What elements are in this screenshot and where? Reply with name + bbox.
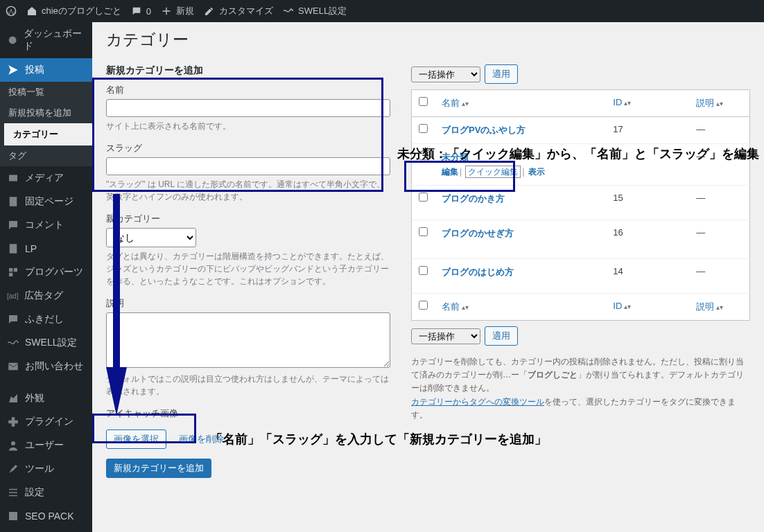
tablenav-top: 一括操作 適用 [411, 64, 750, 84]
col-name-foot[interactable]: 名前▴▾ [442, 301, 469, 312]
col-desc-foot[interactable]: 説明▴▾ [696, 301, 723, 312]
col-id[interactable]: ID▴▾ [613, 97, 631, 107]
category-list-panel: 一括操作 適用 名前▴▾ ID▴▾ 説明▴▾ [411, 64, 750, 478]
menu-lp[interactable]: LP [0, 237, 92, 260]
svg-rect-10 [9, 512, 17, 520]
menu-appearance[interactable]: 外観 [0, 387, 92, 410]
slug-desc: "スラッグ" は URL に適した形式の名前です。通常はすべて半角小文字で、英数… [106, 178, 390, 203]
admin-toolbar: chieのブログしごと 0 新規 カスタマイズ SWELL設定 [0, 0, 764, 22]
menu-tools[interactable]: ツール [0, 457, 92, 481]
cat-id: 16 [606, 220, 689, 259]
wp-logo[interactable] [6, 6, 17, 17]
tablenav-bottom: 一括操作 適用 [411, 326, 750, 346]
menu-blog-parts[interactable]: ブログパーツ [0, 260, 92, 284]
bulk-apply-top[interactable]: 適用 [485, 64, 518, 84]
svg-rect-2 [9, 175, 17, 181]
action-view[interactable]: 表示 [528, 167, 545, 177]
cat-id: 15 [606, 186, 689, 220]
action-quick-edit[interactable]: クイック編集 [465, 166, 521, 178]
col-id-foot[interactable]: ID▴▾ [613, 301, 631, 311]
action-edit[interactable]: 編集 [442, 167, 458, 177]
delete-note: カテゴリーを削除しても、カテゴリー内の投稿は削除されません。ただし、投稿に割り当… [411, 355, 750, 422]
table-row: ブログPVのふやし方 17 — [412, 117, 750, 144]
table-row: 未分類 編集| クイック編集| 表示 5 — [412, 144, 750, 186]
name-desc: サイト上に表示される名前です。 [106, 120, 390, 132]
cat-link[interactable]: ブログのかせぎ方 [442, 228, 514, 238]
menu-pages[interactable]: 固定ページ [0, 190, 92, 213]
slug-input[interactable] [106, 157, 390, 175]
menu-media[interactable]: メディア [0, 166, 92, 190]
menu-swell[interactable]: SWELL設定 [0, 331, 92, 355]
parent-label: 親カテゴリー [106, 213, 390, 225]
customize-link[interactable]: カスタマイズ [204, 5, 273, 17]
row-checkbox[interactable] [419, 124, 428, 133]
row-actions: 編集| クイック編集| 表示 [442, 166, 599, 178]
submenu-add-post[interactable]: 新規投稿を追加 [0, 103, 92, 123]
cat-id: 14 [606, 259, 689, 294]
page-title: カテゴリー [106, 29, 750, 51]
site-name: chieのブログしごと [42, 5, 121, 17]
categories-table: 名前▴▾ ID▴▾ 説明▴▾ ブログPVのふやし方 17 — [411, 89, 750, 321]
convert-tool-link[interactable]: カテゴリーからタグへの変換ツール [411, 397, 544, 407]
menu-settings[interactable]: 設定 [0, 481, 92, 504]
col-desc[interactable]: 説明▴▾ [696, 98, 723, 108]
menu-pattern[interactable]: パターン [0, 528, 92, 532]
bulk-action-select-top[interactable]: 一括操作 [411, 66, 480, 82]
svg-point-0 [6, 6, 15, 15]
desc-textarea[interactable] [106, 312, 390, 368]
submit-add-category[interactable]: 新規カテゴリーを追加 [106, 459, 211, 478]
svg-point-9 [11, 441, 15, 445]
name-label: 名前 [106, 84, 390, 96]
comments-link[interactable]: 0 [131, 6, 151, 17]
menu-ad-tag[interactable]: [ad]広告タグ [0, 284, 92, 308]
add-category-form: 新規カテゴリーを追加 名前 サイト上に表示される名前です。 スラッグ "スラッグ… [106, 64, 390, 478]
table-row: ブログのかき方 15 — [412, 186, 750, 220]
menu-fukidashi[interactable]: ふきだし [0, 308, 92, 331]
col-name[interactable]: 名前▴▾ [442, 98, 469, 108]
menu-comments[interactable]: コメント [0, 213, 92, 237]
swell-link[interactable]: SWELL設定 [283, 5, 347, 17]
menu-users[interactable]: ユーザー [0, 434, 92, 457]
parent-select[interactable]: なし [106, 228, 196, 247]
row-checkbox[interactable] [419, 193, 428, 202]
name-input[interactable] [106, 99, 390, 117]
row-checkbox[interactable] [419, 227, 428, 236]
site-home-link[interactable]: chieのブログしごと [26, 5, 121, 17]
submenu-posts: 投稿一覧 新規投稿を追加 カテゴリー タグ [0, 82, 92, 166]
content-area: カテゴリー 新規カテゴリーを追加 名前 サイト上に表示される名前です。 スラッグ… [92, 22, 764, 532]
comment-count: 0 [146, 6, 151, 17]
admin-sidebar: ダッシュボード 投稿 投稿一覧 新規投稿を追加 カテゴリー タグ メディア 固定… [0, 22, 92, 532]
row-checkbox[interactable] [419, 151, 428, 160]
svg-rect-3 [10, 197, 17, 206]
cat-link[interactable]: ブログPVのふやし方 [442, 125, 526, 135]
table-row: ブログのはじめ方 14 — [412, 259, 750, 294]
new-label: 新規 [176, 5, 194, 17]
menu-dashboard[interactable]: ダッシュボード [0, 22, 92, 58]
delete-image-link[interactable]: 画像を削除 [179, 434, 224, 444]
menu-contact[interactable]: お問い合わせ [0, 355, 92, 378]
select-image-button[interactable]: 画像を選択 [106, 429, 166, 449]
bulk-action-select-bottom[interactable]: 一括操作 [411, 328, 480, 344]
submenu-tags[interactable]: タグ [0, 145, 92, 166]
cat-link[interactable]: ブログのかき方 [442, 193, 505, 204]
cat-desc: — [689, 220, 749, 259]
row-checkbox[interactable] [419, 266, 428, 275]
menu-posts[interactable]: 投稿 [0, 58, 92, 82]
desc-desc: デフォルトではこの説明は目立つ使われ方はしませんが、テーマによっては表示されます… [106, 373, 390, 398]
menu-seopack[interactable]: SEO PACK [0, 504, 92, 528]
svg-rect-7 [9, 273, 12, 276]
submenu-all-posts[interactable]: 投稿一覧 [0, 82, 92, 103]
cat-link[interactable]: 未分類 [442, 152, 469, 162]
select-all-top[interactable] [419, 97, 428, 106]
new-content-link[interactable]: 新規 [161, 5, 194, 17]
select-all-bottom[interactable] [419, 301, 428, 310]
parent-desc: タグとは異なり、カテゴリーは階層構造を持つことができます。たとえば、ジャズという… [106, 250, 390, 287]
submenu-categories[interactable]: カテゴリー [4, 123, 92, 145]
cat-id: 17 [606, 117, 689, 144]
svg-rect-4 [10, 244, 17, 254]
bulk-apply-bottom[interactable]: 適用 [485, 326, 518, 346]
cat-desc: — [689, 259, 749, 294]
menu-plugins[interactable]: プラグイン [0, 410, 92, 434]
cat-desc: — [689, 186, 749, 220]
cat-link[interactable]: ブログのはじめ方 [442, 267, 514, 277]
